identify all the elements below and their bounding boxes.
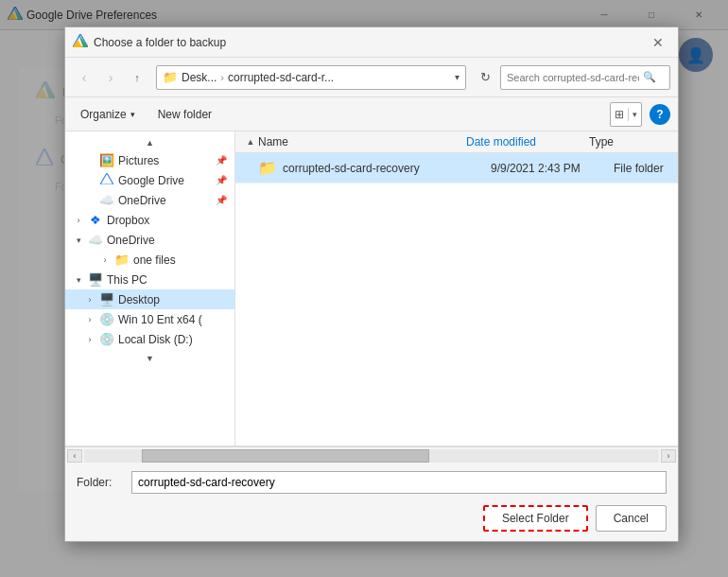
organize-label: Organize xyxy=(80,108,127,121)
view-button[interactable]: ⊞ ▾ xyxy=(610,102,642,127)
win10-icon: 💿 xyxy=(99,312,114,326)
col-name-header[interactable]: Name xyxy=(258,135,466,149)
button-row: Select Folder Cancel xyxy=(65,501,678,541)
breadcrumb-bar[interactable]: 📁 Desk... › corrupted-sd-card-r... ▾ xyxy=(156,65,466,90)
new-folder-button[interactable]: New folder xyxy=(150,104,219,125)
scroll-left-btn[interactable]: ‹ xyxy=(67,449,82,463)
pin-icon-gdrive: 📌 xyxy=(216,175,227,185)
gdrive-icon xyxy=(99,173,114,187)
folder-label: Folder: xyxy=(77,476,124,489)
expand-icon-desktop: › xyxy=(84,295,95,305)
pictures-icon: 🖼️ xyxy=(99,153,114,167)
search-input[interactable] xyxy=(507,72,639,83)
file-modified-0: 9/9/2021 2:43 PM xyxy=(491,162,614,175)
dialog-title-icon xyxy=(73,34,88,50)
sidebar-label-onefiles: one files xyxy=(133,254,227,267)
folder-icon-breadcrumb: 📁 xyxy=(163,70,178,84)
scroll-right-btn[interactable]: › xyxy=(661,449,676,463)
dialog-title-text: Choose a folder to backup xyxy=(94,36,646,49)
sidebar-item-onedrive[interactable]: ▾ ☁️ OneDrive xyxy=(65,230,234,250)
localdisk-icon: 💿 xyxy=(99,332,114,346)
dialog-toolbar: ‹ › ↑ 📁 Desk... › corrupted-sd-card-r...… xyxy=(65,58,678,97)
file-folder-icon-0: 📁 xyxy=(258,159,277,177)
expand-icon-onedrive: ▾ xyxy=(73,236,84,245)
cancel-button[interactable]: Cancel xyxy=(596,505,667,532)
file-row-0[interactable]: 📁 corrupted-sd-card-recovery 9/9/2021 2:… xyxy=(235,153,678,184)
sidebar-item-dropbox[interactable]: › ❖ Dropbox xyxy=(65,210,234,230)
dialog-titlebar: Choose a folder to backup ✕ xyxy=(65,27,678,58)
thispc-icon: 🖥️ xyxy=(88,272,103,287)
expand-icon-dropbox: › xyxy=(73,216,84,225)
help-button[interactable]: ? xyxy=(650,104,670,125)
col-type-header[interactable]: Type xyxy=(589,135,670,149)
help-label: ? xyxy=(656,108,663,121)
folder-dialog: Choose a folder to backup ✕ ‹ › ↑ 📁 Desk… xyxy=(64,26,679,542)
expand-icon-localdisk: › xyxy=(84,335,95,344)
sidebar-item-thispc[interactable]: ▾ 🖥️ This PC xyxy=(65,270,234,289)
search-icon[interactable]: 🔍 xyxy=(643,71,656,83)
scrollbar-thumb xyxy=(142,449,429,463)
breadcrumb-dropdown-arrow: ▾ xyxy=(455,72,459,82)
sidebar-label-win10: Win 10 Ent x64 ( xyxy=(118,313,227,326)
sidebar-item-onefiles[interactable]: › 📁 one files xyxy=(65,250,234,270)
sidebar-label-dropbox: Dropbox xyxy=(107,214,227,227)
sidebar-item-onedrive-quick[interactable]: ☁️ OneDrive 📌 xyxy=(65,190,234,210)
sidebar-item-localdisk[interactable]: › 💿 Local Disk (D:) xyxy=(65,329,234,349)
pin-icon-od-quick: 📌 xyxy=(216,195,227,205)
header-sort-space: ▲ xyxy=(243,137,258,147)
sidebar-item-google-drive[interactable]: Google Drive 📌 xyxy=(65,170,234,190)
sidebar-label-thispc: This PC xyxy=(107,273,227,287)
view-grid-icon: ⊞ xyxy=(611,106,628,123)
folder-input[interactable] xyxy=(131,471,667,494)
sidebar-label-onedrive: OneDrive xyxy=(107,234,227,247)
desktop-icon: 🖥️ xyxy=(99,292,114,306)
expand-icon-win10: › xyxy=(84,315,95,324)
actions-bar: Organize ▾ New folder ⊞ ▾ ? xyxy=(65,97,678,131)
sidebar-label-pictures: Pictures xyxy=(118,154,212,167)
search-bar: 🔍 xyxy=(500,65,670,90)
file-name-0: corrupted-sd-card-recovery xyxy=(283,162,491,175)
breadcrumb-sep1: › xyxy=(220,72,224,83)
sidebar: ▲ 🖼️ Pictures 📌 Google Drive 📌 xyxy=(65,131,235,446)
pin-icon-pictures: 📌 xyxy=(216,155,227,166)
select-folder-button[interactable]: Select Folder xyxy=(483,505,588,532)
dropbox-icon: ❖ xyxy=(88,213,103,227)
scrollbar-track[interactable] xyxy=(84,449,659,463)
folder-name-row: Folder: xyxy=(65,463,678,501)
sidebar-item-win10[interactable]: › 💿 Win 10 Ent x64 ( xyxy=(65,309,234,329)
nav-forward-btn[interactable]: › xyxy=(99,66,122,89)
file-type-0: File folder xyxy=(614,162,670,175)
expand-icon-onefiles: › xyxy=(99,255,111,265)
dialog-close-btn[interactable]: ✕ xyxy=(646,30,670,55)
dialog-bottom: ‹ › Folder: Select Folder Cancel xyxy=(65,446,678,541)
nav-up-btn[interactable]: ↑ xyxy=(126,66,148,89)
breadcrumb-part1: Desk... xyxy=(182,71,217,84)
svg-marker-10 xyxy=(100,173,113,184)
dialog-main: ▲ 🖼️ Pictures 📌 Google Drive 📌 xyxy=(65,131,678,446)
breadcrumb-part2: corrupted-sd-card-r... xyxy=(228,71,334,84)
onefiles-icon: 📁 xyxy=(114,253,130,267)
col-modified-header[interactable]: Date modified xyxy=(466,135,589,149)
sidebar-item-pictures[interactable]: 🖼️ Pictures 📌 xyxy=(65,150,234,170)
sidebar-scroll-down[interactable]: ▼ xyxy=(65,349,234,368)
organize-arrow: ▾ xyxy=(130,110,135,119)
nav-back-btn[interactable]: ‹ xyxy=(73,66,95,89)
onedrive-icon: ☁️ xyxy=(88,233,103,247)
sidebar-label-od-quick: OneDrive xyxy=(118,194,212,207)
new-folder-label: New folder xyxy=(158,108,212,121)
organize-button[interactable]: Organize ▾ xyxy=(73,104,143,125)
file-list: ▲ Name Date modified Type 📁 corrupted-sd… xyxy=(235,131,678,446)
onedrive-quick-icon: ☁️ xyxy=(99,193,114,207)
expand-icon-thispc: ▾ xyxy=(73,275,84,285)
file-list-header: ▲ Name Date modified Type xyxy=(235,131,678,153)
view-arrow-icon: ▾ xyxy=(628,108,641,121)
sidebar-label-desktop: Desktop xyxy=(118,293,227,306)
nav-refresh-btn[interactable]: ↻ xyxy=(474,66,496,89)
sidebar-item-desktop[interactable]: › 🖥️ Desktop xyxy=(65,289,234,309)
h-scrollbar: ‹ › xyxy=(65,446,678,463)
sidebar-label-gdrive: Google Drive xyxy=(118,174,212,187)
sidebar-label-localdisk: Local Disk (D:) xyxy=(118,333,227,346)
